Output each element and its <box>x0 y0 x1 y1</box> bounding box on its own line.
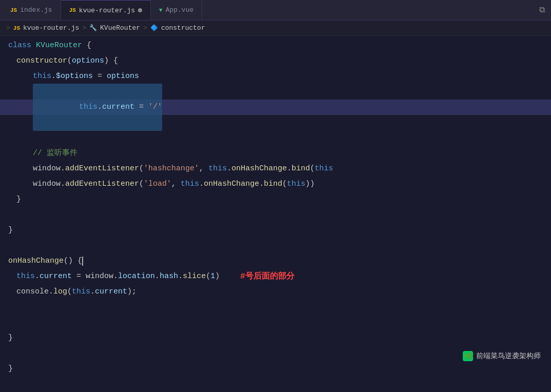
breadcrumb-sep-1: > <box>82 24 86 32</box>
this-8: this <box>72 284 90 300</box>
breadcrumb-class-icon: 🔧 <box>89 24 97 32</box>
js-icon-active: JS <box>69 7 76 13</box>
dot-10: . <box>178 269 183 284</box>
code-line-empty-5 <box>0 238 551 253</box>
brace-close-3: } <box>8 330 13 346</box>
window-kw-3: window <box>86 269 113 284</box>
str-hashchange: 'hashchange' <box>144 161 199 177</box>
this-7: this <box>16 269 35 284</box>
comma-2: , <box>171 177 181 192</box>
dot-2: . <box>227 161 231 177</box>
watermark: 🌿 前端菜鸟逆袭架构师 <box>463 351 541 361</box>
keyword-this-2: this <box>79 103 97 111</box>
this-6: this <box>287 177 305 192</box>
code-line-close-onhash: } <box>0 330 551 346</box>
code-line-close-outer: } <box>0 361 551 377</box>
brace-close-1: } <box>16 192 21 207</box>
prop-current-2: current <box>40 269 72 284</box>
keyword-this-1: this <box>33 69 51 84</box>
str-slash: '/' <box>148 103 162 111</box>
code-line-load: window.addEventListener('load', this.onH… <box>0 177 551 192</box>
paren-6: ) <box>215 269 220 284</box>
editor-container: JS index.js JS kvue-router.js ▼ App.vue … <box>0 0 551 392</box>
dot-4: . <box>61 177 65 192</box>
fn-bind-2: bind <box>264 177 282 192</box>
fn-onhash-2: onHashChange <box>204 177 259 192</box>
fn-add-1: addEventListener <box>65 161 139 177</box>
fn-add-2: addEventListener <box>65 177 139 192</box>
tab-app-vue[interactable]: ▼ App.vue <box>151 0 202 20</box>
code-area[interactable]: class KVueRouter { constructor(options) … <box>0 36 551 392</box>
dot-3: . <box>287 161 291 177</box>
keyword-class: class <box>8 38 36 53</box>
code-line-empty-6 <box>0 300 551 315</box>
brace-close-2: } <box>8 223 13 238</box>
class-name: KVueRouter <box>36 38 82 53</box>
punct-dot-1: . <box>51 69 56 84</box>
code-line-close-class: } <box>0 223 551 238</box>
assign-3: = <box>72 269 86 284</box>
close-parens: )) <box>305 177 314 192</box>
dot-12: . <box>90 284 95 300</box>
code-line-close-constructor: } <box>0 192 551 207</box>
paren-5: ( <box>206 269 210 284</box>
punct-paren: ( <box>67 53 72 69</box>
paren-4: ( <box>282 177 287 192</box>
tab-index-js[interactable]: JS index.js <box>2 0 61 20</box>
breadcrumb-file[interactable]: kvue-router.js <box>23 24 79 32</box>
prop-current-3: current <box>95 284 127 300</box>
window-kw-2: window <box>33 177 61 192</box>
breadcrumb-js-icon: JS <box>13 25 20 31</box>
fn-log: log <box>53 284 67 300</box>
code-line-console-log: console.log(this.current); <box>0 284 551 300</box>
paren-semi: ); <box>127 284 136 300</box>
watermark-text: 前端菜鸟逆袭架构师 <box>476 351 541 361</box>
dot-1: . <box>61 161 65 177</box>
paren-empty: () { <box>64 253 82 269</box>
punct-brace: { <box>82 38 91 53</box>
breadcrumb-class[interactable]: KVueRouter <box>100 24 140 32</box>
console-kw: console <box>16 284 49 300</box>
tab-label-index-js: index.js <box>20 6 52 14</box>
code-line-hashchange: window.addEventListener('hashchange', th… <box>0 161 551 177</box>
breadcrumb-sep-2: > <box>143 24 147 32</box>
split-editor-icon[interactable]: ⧉ <box>539 5 551 15</box>
code-line-current: 💡 this.current = '/' <box>0 100 551 115</box>
this-5: this <box>181 177 199 192</box>
paren-7: ( <box>67 284 72 300</box>
tab-kvue-router-js[interactable]: JS kvue-router.js <box>61 0 151 20</box>
dot-11: . <box>49 284 53 300</box>
prop-hash: hash <box>160 269 178 284</box>
code-line-empty-4 <box>0 207 551 223</box>
breadcrumb: > JS kvue-router.js > 🔧 KVueRouter > 🔷 c… <box>0 21 551 36</box>
code-line-empty-3 <box>0 130 551 146</box>
tab-bar: JS index.js JS kvue-router.js ▼ App.vue … <box>0 0 551 21</box>
comma-1: , <box>199 161 208 177</box>
tab-label-kvue-router: kvue-router.js <box>79 7 135 14</box>
text-cursor <box>82 257 83 266</box>
paren-3: ( <box>139 177 144 192</box>
code-line-3: this.$options = options <box>0 69 551 84</box>
options-val: options <box>107 69 139 84</box>
brace-close-4: } <box>8 361 13 377</box>
fn-onhashchange-def: onHashChange <box>8 253 64 269</box>
dot-5: . <box>199 177 204 192</box>
code-line-hash-assign: this.current = window.location.hash.slic… <box>0 269 551 284</box>
prop-location: location <box>118 269 155 284</box>
code-line-2: constructor(options) { <box>0 53 551 69</box>
code-content: class KVueRouter { constructor(options) … <box>0 36 551 392</box>
dot-8: . <box>113 269 118 284</box>
dot-9: . <box>155 269 160 284</box>
assign-2: = <box>134 103 148 111</box>
watermark-icon: 🌿 <box>463 351 473 361</box>
dot-7: . <box>35 269 40 284</box>
prop-current: current <box>102 103 134 111</box>
fn-onhash-1: onHashChange <box>231 161 287 177</box>
inline-comment-hash: #号后面的部分 <box>240 269 294 284</box>
comment-listen: // 监听事件 <box>33 146 77 161</box>
prop-options: $options <box>56 69 93 84</box>
param-options: options <box>72 53 104 69</box>
breadcrumb-constructor[interactable]: constructor <box>161 24 205 32</box>
punct-dot-2: . <box>97 103 102 111</box>
paren-2: ( <box>310 161 314 177</box>
